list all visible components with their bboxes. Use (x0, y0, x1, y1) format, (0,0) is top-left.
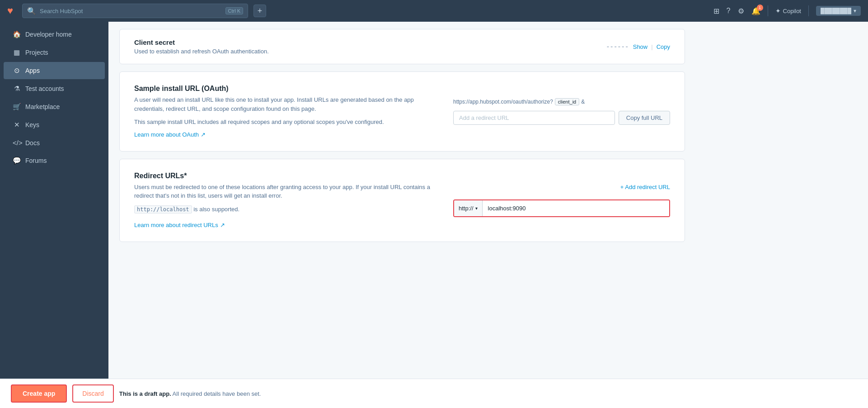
client-secret-title: Client secret (134, 38, 269, 46)
sample-url-desc-1: A user will need an install URL like thi… (134, 95, 439, 113)
required-asterisk: * (184, 172, 187, 180)
client-secret-desc: Used to establish and refresh OAuth auth… (134, 48, 269, 55)
search-bar[interactable]: 🔍 Ctrl K (22, 4, 248, 18)
copy-secret-button[interactable]: Copy (657, 43, 670, 50)
sidebar-item-label: Test accounts (25, 85, 64, 92)
localhost-code: http://localhost (134, 205, 192, 213)
redirect-urls-inner: Redirect URLs* Users must be redirected … (120, 159, 685, 242)
forums-icon: 💬 (13, 157, 21, 165)
redirect-url-input[interactable] (483, 200, 669, 216)
client-secret-card: Client secret Used to establish and refr… (119, 29, 685, 64)
home-icon: 🏠 (13, 30, 21, 38)
draft-text-rest: All required details have been set. (173, 390, 261, 397)
learn-more-oauth-label: Learn more about OAuth (134, 131, 199, 138)
learn-more-oauth-link[interactable]: Learn more about OAuth ↗ (134, 131, 206, 138)
copy-full-url-button[interactable]: Copy full URL (619, 111, 670, 125)
sample-url-title: Sample install URL (OAuth) (134, 85, 439, 93)
footer-bar: Create app Discard This is a draft app. … (0, 379, 868, 408)
localhost-note: http://localhost is also supported. (134, 205, 439, 214)
add-redirect-url-input[interactable] (453, 111, 615, 125)
sidebar-item-forums[interactable]: 💬 Forums (4, 152, 105, 169)
topnav-right: ⊞ ? ⚙ 🔔 1 ✦ Copilot ████████ ▾ (713, 5, 861, 16)
nav-divider (768, 5, 768, 16)
oauth-url-display: https://app.hubspot.com/oauth/authorize?… (453, 98, 670, 105)
main-content: Client secret Used to establish and refr… (108, 22, 868, 379)
protocol-selector[interactable]: http:// ▾ (454, 200, 483, 216)
sidebar-item-apps[interactable]: ⊙ Apps (4, 62, 105, 79)
sidebar-item-label: Keys (25, 121, 39, 128)
sample-url-desc-2: This sample install URL includes all req… (134, 118, 439, 127)
localhost-note-text: is also supported. (193, 206, 239, 213)
marketplace-icon: 🛒 (13, 103, 21, 111)
oauth-url-ampersand: & (581, 99, 585, 105)
client-secret-left: Client secret Used to establish and refr… (134, 38, 269, 55)
sidebar-item-marketplace[interactable]: 🛒 Marketplace (4, 98, 105, 115)
account-selector[interactable]: ████████ ▾ (816, 6, 861, 16)
copilot-star-icon: ✦ (775, 7, 781, 14)
sidebar-item-docs[interactable]: </> Docs (4, 134, 105, 151)
plus-button[interactable]: + (253, 5, 266, 17)
external-link-icon-2: ↗ (220, 222, 225, 228)
add-redirect-url-link[interactable]: + Add redirect URL (453, 184, 670, 190)
sample-install-url-card: Sample install URL (OAuth) A user will n… (119, 71, 685, 152)
settings-icon[interactable]: ⚙ (738, 7, 744, 15)
external-link-icon: ↗ (201, 131, 206, 138)
client-id-badge: client_id (555, 98, 579, 105)
copilot-button[interactable]: ✦ Copilot (775, 7, 801, 14)
discard-button[interactable]: Discard (72, 384, 113, 403)
redirect-urls-title: Redirect URLs* (134, 172, 439, 180)
sidebar-item-test-accounts[interactable]: ⚗ Test accounts (4, 80, 105, 97)
client-secret-right: ------ Show | Copy (607, 43, 670, 51)
test-accounts-icon: ⚗ (13, 85, 21, 93)
sidebar-item-label: Projects (25, 49, 48, 56)
topnav: ♥ 🔍 Ctrl K + ⊞ ? ⚙ 🔔 1 ✦ Copilot ███████… (0, 0, 868, 22)
sidebar-item-developer-home[interactable]: 🏠 Developer home (4, 26, 105, 43)
help-icon[interactable]: ? (727, 7, 731, 15)
search-shortcut: Ctrl K (225, 7, 244, 14)
docs-icon: </> (13, 139, 21, 147)
account-name: ████████ (821, 8, 851, 14)
sidebar-item-label: Apps (25, 67, 40, 74)
sample-url-right: https://app.hubspot.com/oauth/authorize?… (453, 85, 670, 138)
sidebar-item-keys[interactable]: ✕ Keys (4, 116, 105, 133)
redirect-url-input-wrapper: http:// ▾ (453, 199, 670, 217)
nav-divider-2 (808, 5, 809, 16)
sample-url-left: Sample install URL (OAuth) A user will n… (134, 85, 439, 138)
sidebar-item-projects[interactable]: ▦ Projects (4, 44, 105, 61)
notif-badge: 1 (757, 5, 763, 11)
create-app-button[interactable]: Create app (11, 384, 67, 403)
draft-text-bold: This is a draft app. (119, 390, 171, 397)
redirect-urls-left: Redirect URLs* Users must be redirected … (134, 172, 439, 229)
sidebar-item-label: Marketplace (25, 103, 60, 110)
sidebar-item-label: Docs (25, 139, 40, 147)
learn-more-redirect-label: Learn more about redirect URLs (134, 222, 218, 228)
search-input[interactable] (40, 8, 222, 14)
client-secret-row: Client secret Used to establish and refr… (120, 29, 685, 64)
sidebar-item-label: Forums (25, 157, 47, 164)
redirect-urls-desc: Users must be redirected to one of these… (134, 183, 439, 200)
hubspot-logo: ♥ (7, 5, 13, 17)
draft-notice: This is a draft app. All required detail… (119, 390, 261, 397)
secret-dots: ------ (607, 43, 629, 51)
oauth-url-prefix: https://app.hubspot.com/oauth/authorize? (453, 99, 553, 105)
search-icon: 🔍 (27, 7, 36, 15)
projects-icon: ▦ (13, 48, 21, 57)
sample-install-url-inner: Sample install URL (OAuth) A user will n… (120, 72, 685, 151)
show-secret-button[interactable]: Show (633, 43, 648, 50)
learn-more-redirect-link[interactable]: Learn more about redirect URLs ↗ (134, 222, 225, 228)
library-icon[interactable]: ⊞ (713, 7, 719, 15)
chevron-down-icon: ▾ (854, 8, 856, 14)
keys-icon: ✕ (13, 121, 21, 129)
apps-icon: ⊙ (13, 66, 21, 75)
redirect-urls-right: + Add redirect URL http:// ▾ (453, 172, 670, 229)
protocol-value: http:// (459, 205, 474, 212)
redirect-urls-card: Redirect URLs* Users must be redirected … (119, 159, 685, 242)
chevron-down-icon: ▾ (475, 206, 478, 211)
oauth-input-row: Copy full URL (453, 111, 670, 125)
notifications-icon[interactable]: 🔔 1 (751, 7, 760, 15)
copilot-label: Copilot (783, 8, 801, 14)
sidebar-item-label: Developer home (25, 31, 72, 38)
secret-divider: | (651, 43, 652, 50)
sidebar: 🏠 Developer home ▦ Projects ⊙ Apps ⚗ Tes… (0, 22, 108, 379)
